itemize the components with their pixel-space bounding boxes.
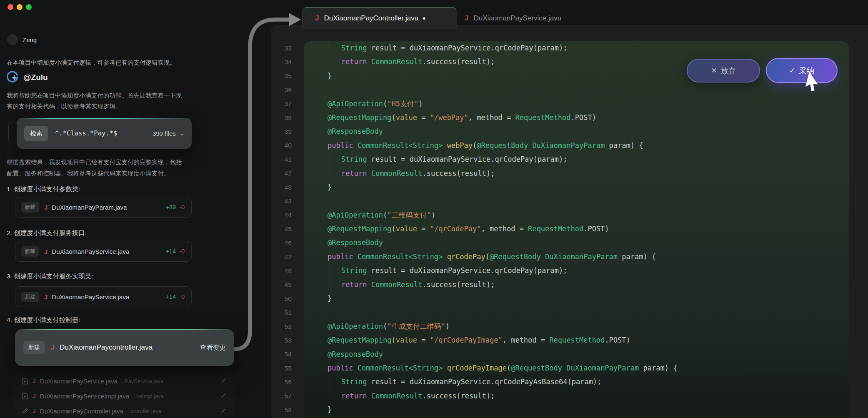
code-line[interactable]: 54@ResponseBody — [271, 348, 868, 361]
chevron-down-icon[interactable]: ⌄ — [179, 131, 185, 135]
close-window-button[interactable] — [8, 4, 13, 10]
code-line[interactable]: 43 — [271, 194, 868, 208]
reject-button[interactable]: ✕ 放弃 — [687, 59, 760, 83]
line-number: 54 — [271, 350, 304, 358]
code-text: } — [304, 403, 868, 417]
file-name: DuXiaomanPayService.java — [52, 293, 129, 300]
code-text: @RequestMapping(value = "/qrCodePayImage… — [304, 333, 868, 347]
line-number: 42 — [271, 170, 304, 177]
line-number: 41 — [271, 156, 304, 163]
code-text: @RequestMapping(value = "/webPay", metho… — [304, 111, 868, 125]
code-line[interactable]: 44@ApiOperation("二维码支付") — [271, 208, 868, 222]
java-file-icon: J — [51, 344, 55, 351]
accept-button[interactable]: ✓ 采纳 — [766, 58, 838, 83]
file-hint: ..ontroller.java — [128, 408, 161, 414]
code-line[interactable]: 58} — [271, 403, 868, 417]
line-number: 49 — [271, 281, 304, 288]
view-changes-link[interactable]: 查看变更 — [200, 343, 226, 352]
java-file-icon: J — [315, 14, 319, 23]
search-result-count: 390 files — [153, 130, 176, 137]
code-text: return CommonResult.success(result); — [304, 167, 868, 180]
new-file-badge: 新建 — [23, 341, 45, 354]
code-text: @ApiOperation("二维码支付") — [304, 208, 868, 222]
list-item[interactable]: J DuXiaomanPayService.java ..PayService.… — [15, 373, 233, 388]
line-number: 48 — [271, 267, 304, 275]
code-line[interactable]: 56String result = duXiaomanPayService.qr… — [271, 375, 868, 389]
tab-label: DuXiaomanPayController.java — [324, 14, 418, 23]
java-file-icon: J — [465, 14, 468, 23]
file-card-service-impl[interactable]: 新建 J DuXiaomanPayService.java +14-0 — [15, 286, 192, 307]
code-text: public CommonResult<String> webPay(@Requ… — [304, 139, 868, 153]
tab-duxiaomanpayservice[interactable]: J DuXiaomanPayService.java — [465, 7, 561, 29]
code-line[interactable]: 41String result = duXiaomanPayService.qr… — [271, 153, 868, 166]
line-number: 56 — [271, 378, 304, 386]
code-line[interactable]: 49return CommonResult.success(result); — [271, 278, 868, 292]
code-line[interactable]: 48String result = duXiaomanPayService.qr… — [271, 264, 868, 278]
lines-added: +14 — [165, 248, 176, 255]
maximize-window-button[interactable] — [26, 4, 32, 10]
line-number: 45 — [271, 225, 304, 233]
line-number: 52 — [271, 323, 304, 330]
code-line[interactable]: 46@ResponseBody — [271, 236, 868, 250]
line-number: 33 — [271, 45, 304, 52]
file-name: DuXiaomanPayParam.java — [52, 204, 127, 211]
file-name: DuXiaomanPayService.java — [52, 248, 129, 255]
code-line[interactable]: 37@ApiOperation("H5支付") — [271, 97, 868, 111]
code-text: public CommonResult<String> qrCodePayIma… — [304, 361, 868, 375]
code-line[interactable]: 52@ApiOperation("生成支付二维码") — [271, 320, 868, 333]
line-number: 47 — [271, 253, 304, 261]
list-item[interactable]: J DuXiaomanPayController.java ..ontrolle… — [15, 403, 233, 418]
code-line[interactable]: 45@RequestMapping(value = "/qrCodePay", … — [271, 222, 868, 236]
code-text: String result = duXiaomanPayService.qrCo… — [304, 264, 868, 278]
close-icon: ✕ — [711, 67, 717, 74]
code-line[interactable]: 39@ResponseBody — [271, 125, 868, 138]
file-name: DuXiaomanPayServiceImpl.java — [40, 393, 129, 400]
code-line[interactable]: 50} — [271, 292, 868, 305]
floating-file-card[interactable]: 新建 J DuXiaomanPaycontroller.java 查看变更 — [15, 329, 234, 366]
java-file-icon: J — [44, 293, 48, 300]
search-result-card[interactable]: 检索 ^.*Class.*Pay.*$ 390 files ⌄ — [17, 118, 192, 149]
code-line[interactable]: 33String result = duXiaomanPayService.qr… — [271, 41, 868, 55]
lines-removed: -0 — [179, 293, 185, 300]
avatar — [7, 34, 18, 45]
line-number: 53 — [271, 337, 304, 344]
user-message: 在本项目中增加度小满支付逻辑，可参考已有的支付逻辑实现。 — [7, 58, 198, 68]
code-line[interactable]: 38@RequestMapping(value = "/webPay", met… — [271, 111, 868, 125]
code-line[interactable]: 53@RequestMapping(value = "/qrCodePayIma… — [271, 333, 868, 347]
code-line[interactable]: 42return CommonResult.success(result); — [271, 167, 868, 180]
file-edit-icon — [22, 408, 29, 415]
java-file-icon: J — [33, 408, 36, 414]
tab-duxiaomanpaycontroller[interactable]: J DuXiaomanPayController.java • — [302, 7, 457, 29]
line-number: 43 — [271, 184, 304, 191]
check-icon: ✓ — [220, 392, 226, 400]
lines-added: +14 — [165, 293, 176, 300]
traffic-lights — [8, 4, 32, 10]
file-card-param[interactable]: 新建 J DuXiaomanPayParam.java +89-0 — [15, 197, 192, 218]
code-text: @RequestMapping(value = "/qrCodePay", me… — [304, 222, 868, 236]
code-text: } — [304, 180, 868, 194]
code-line[interactable]: 51 — [271, 305, 868, 319]
code-line[interactable]: 47public CommonResult<String> qrCodePay(… — [271, 250, 868, 264]
code-text: @ResponseBody — [304, 236, 868, 250]
code-line[interactable]: 55public CommonResult<String> qrCodePayI… — [271, 361, 868, 375]
code-line[interactable]: 36 — [271, 83, 868, 97]
code-text: public CommonResult<String> qrCodePay(@R… — [304, 250, 868, 264]
java-file-icon: J — [33, 378, 36, 384]
line-number: 58 — [271, 406, 304, 414]
code-text: @ApiOperation("H5支付") — [304, 97, 868, 111]
code-line[interactable]: 57return CommonResult.success(result); — [271, 389, 868, 403]
list-item[interactable]: J DuXiaomanPayServiceImpl.java ..ceImpl.… — [15, 388, 233, 403]
line-number: 35 — [271, 72, 304, 80]
code-text: @ApiOperation("生成支付二维码") — [304, 320, 868, 333]
line-number: 46 — [271, 239, 304, 247]
code-text: String result = duXiaomanPayService.qrCo… — [304, 375, 868, 389]
code-line[interactable]: 43} — [271, 180, 868, 194]
code-line[interactable]: 40public CommonResult<String> webPay(@Re… — [271, 139, 868, 153]
file-hint: ..PayService.java — [122, 378, 163, 384]
search-badge: 检索 — [24, 126, 48, 141]
check-icon: ✓ — [789, 67, 795, 74]
minimize-window-button[interactable] — [17, 4, 23, 10]
code-editor[interactable]: 33String result = duXiaomanPayService.qr… — [271, 41, 868, 417]
line-number: 55 — [271, 365, 304, 372]
file-card-service[interactable]: 新建 J DuXiaomanPayService.java +14-0 — [15, 241, 192, 262]
